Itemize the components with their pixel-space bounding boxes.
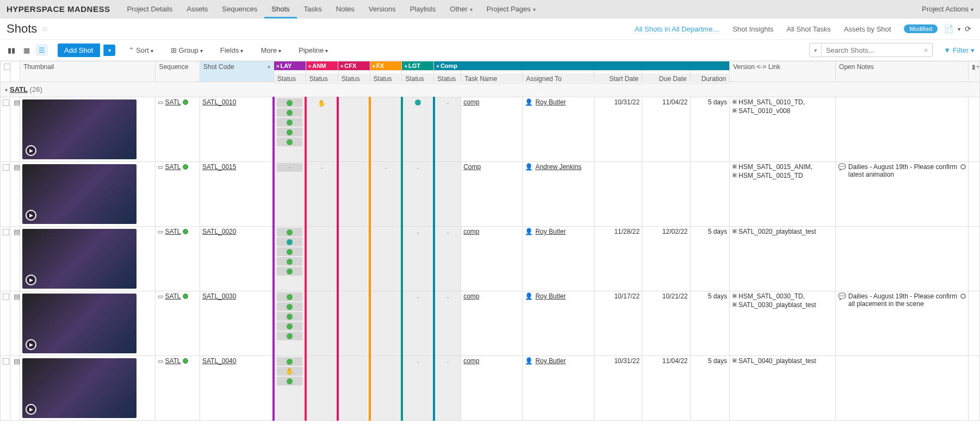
nav-tab-assets[interactable]: Assets <box>179 0 215 18</box>
lay-status[interactable]: ✋ <box>274 356 306 421</box>
more-menu[interactable]: More▾ <box>256 44 286 57</box>
play-icon[interactable]: ▶ <box>26 275 36 285</box>
comp-status[interactable]: - <box>434 356 461 421</box>
due-date-cell[interactable] <box>642 162 690 227</box>
step-header-lgt[interactable]: »LGT <box>402 61 434 71</box>
save-page-icon[interactable]: 📄 <box>944 24 953 33</box>
nav-tab-playlists[interactable]: Playlists <box>403 0 443 18</box>
play-icon[interactable]: ▶ <box>26 404 36 415</box>
anm-status[interactable]: - <box>306 162 338 227</box>
lay-status[interactable] <box>274 97 306 162</box>
col-lgt-status[interactable]: Status <box>402 73 434 84</box>
modified-badge[interactable]: Modified <box>904 24 938 33</box>
nav-tab-other[interactable]: Other▾ <box>443 0 480 18</box>
fx-status[interactable] <box>370 227 402 291</box>
row-checkbox[interactable] <box>1 227 10 291</box>
add-column-button[interactable]: ▮+ <box>969 61 980 82</box>
cfx-status[interactable] <box>338 97 370 162</box>
due-date-cell[interactable]: 11/04/22 <box>642 356 690 421</box>
lgt-status[interactable]: - <box>402 356 434 421</box>
version-link-cell[interactable]: ▣SATL_0040_playblast_test <box>730 356 836 421</box>
anm-status[interactable] <box>306 356 338 421</box>
fx-status[interactable] <box>370 356 402 421</box>
start-date-cell[interactable] <box>594 162 642 227</box>
row-checkbox[interactable] <box>1 291 10 356</box>
fx-status[interactable] <box>370 291 402 356</box>
nav-tab-project-pages[interactable]: Project Pages▾ <box>480 0 543 18</box>
data-grid[interactable]: Thumbnail Sequence Shot Code ▴ »LAY »ANM… <box>0 61 980 424</box>
assigned-to-cell[interactable]: 👤Roy Butler <box>523 356 594 421</box>
lay-status[interactable] <box>274 291 306 356</box>
col-assigned-to[interactable]: Assigned To <box>523 73 594 84</box>
nav-tab-sequences[interactable]: Sequences <box>215 0 264 18</box>
comp-status[interactable] <box>434 162 461 227</box>
col-open-notes[interactable]: Open Notes <box>835 61 969 82</box>
due-date-cell[interactable]: 11/04/22 <box>642 97 690 162</box>
comp-status[interactable]: - <box>434 291 461 356</box>
start-date-cell[interactable]: 11/28/22 <box>594 227 642 291</box>
project-actions-menu[interactable]: Project Actions▾ <box>922 5 973 13</box>
open-notes-cell[interactable]: 💬Dailies - August 19th - Please confirm … <box>835 291 969 356</box>
col-thumbnail[interactable]: Thumbnail <box>20 61 156 82</box>
task-name-cell[interactable]: Comp <box>461 162 523 227</box>
start-date-cell[interactable]: 10/31/22 <box>594 356 642 421</box>
step-header-anm[interactable]: »ANM <box>306 61 338 71</box>
due-date-cell[interactable]: 12/02/22 <box>642 227 690 291</box>
lgt-status[interactable]: - <box>402 162 434 227</box>
search-clear-icon[interactable]: × <box>920 46 933 54</box>
anm-status[interactable] <box>306 291 338 356</box>
favorite-star-icon[interactable]: ☆ <box>41 24 48 33</box>
assigned-to-cell[interactable]: 👤Andrew Jenkins <box>523 162 594 227</box>
filter-button[interactable]: ▼ Filter▾ <box>944 46 975 54</box>
col-comp-status[interactable]: Status <box>434 73 461 84</box>
duration-cell[interactable]: 5 days <box>690 97 730 162</box>
nav-tab-tasks[interactable]: Tasks <box>297 0 329 18</box>
nav-tab-versions[interactable]: Versions <box>362 0 403 18</box>
lgt-status[interactable]: - <box>402 291 434 356</box>
open-notes-cell[interactable] <box>835 97 969 162</box>
sequence-cell[interactable]: ▭SATL <box>156 291 200 356</box>
lay-status[interactable] <box>274 227 306 291</box>
page-menu-chevron-icon[interactable]: ▾ <box>958 26 960 32</box>
pipeline-menu[interactable]: Pipeline▾ <box>294 44 332 57</box>
row-card-icon[interactable]: ▤ <box>13 97 21 108</box>
shot-code-cell[interactable]: SATL_0040 <box>200 356 274 421</box>
anm-status[interactable]: ✋ <box>306 97 338 162</box>
view-detail-icon[interactable]: ☰ <box>36 44 48 56</box>
row-checkbox[interactable] <box>1 97 10 162</box>
anm-status[interactable] <box>306 227 338 291</box>
shot-code-cell[interactable]: SATL_0030 <box>200 291 274 356</box>
row-card-icon[interactable]: ▤ <box>13 162 21 172</box>
task-name-cell[interactable]: comp <box>461 227 523 291</box>
duration-cell[interactable]: 5 days <box>690 291 730 356</box>
shot-code-cell[interactable]: SATL_0020 <box>200 227 274 291</box>
row-checkbox[interactable] <box>1 162 10 227</box>
version-link-cell[interactable]: ▣SATL_0020_playblast_test <box>730 227 836 291</box>
col-sequence[interactable]: Sequence <box>156 61 200 82</box>
fx-status[interactable]: - <box>370 162 402 227</box>
col-version[interactable]: Version <-> Link <box>730 61 836 82</box>
task-name-cell[interactable]: comp <box>461 291 523 356</box>
sequence-cell[interactable]: ▭SATL <box>156 162 200 227</box>
link-all-shot-tasks[interactable]: All Shot Tasks <box>786 25 830 33</box>
play-icon[interactable]: ▶ <box>26 339 36 350</box>
col-shot-code[interactable]: Shot Code ▴ <box>200 61 274 82</box>
col-task-name[interactable]: Task Name <box>461 73 523 84</box>
nav-tab-project-details[interactable]: Project Details <box>120 0 179 18</box>
duration-cell[interactable]: 5 days <box>690 227 730 291</box>
cfx-status[interactable] <box>338 291 370 356</box>
nav-tab-notes[interactable]: Notes <box>329 0 362 18</box>
col-duration[interactable]: Duration <box>690 73 730 84</box>
lgt-status[interactable] <box>402 97 434 162</box>
thumbnail[interactable]: ▶ <box>20 356 156 421</box>
sort-menu[interactable]: ⌃ Sort▾ <box>124 44 158 57</box>
open-notes-cell[interactable] <box>835 356 969 421</box>
start-date-cell[interactable]: 10/31/22 <box>594 97 642 162</box>
open-notes-cell[interactable]: 💬Dailies - August 19th - Please confirm … <box>835 162 969 227</box>
sequence-cell[interactable]: ▭SATL <box>156 356 200 421</box>
fx-status[interactable] <box>370 97 402 162</box>
link-all-shots[interactable]: All Shots in All Departme… <box>635 25 720 33</box>
link-assets-by-shot[interactable]: Assets by Shot <box>844 25 891 33</box>
thumbnail[interactable]: ▶ <box>20 291 156 356</box>
step-header-lay[interactable]: »LAY <box>274 61 306 71</box>
